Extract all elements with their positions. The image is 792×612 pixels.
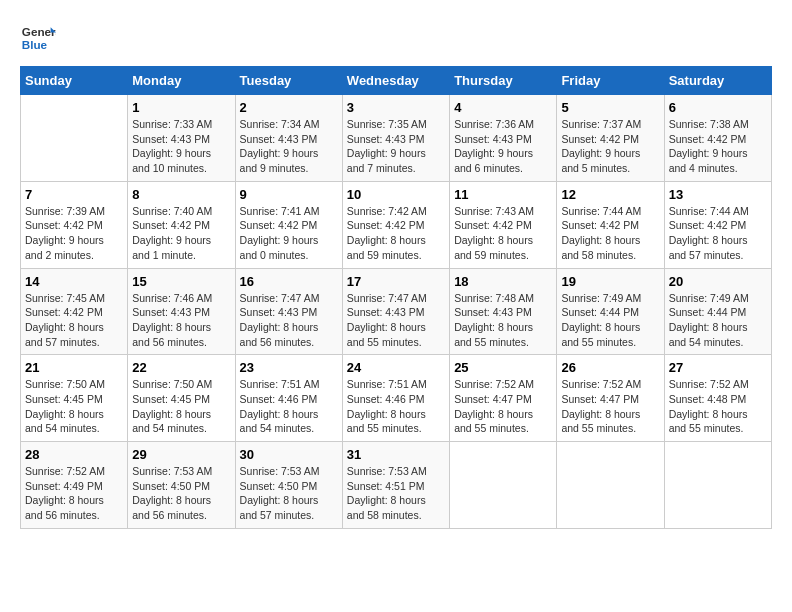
days-header-row: SundayMondayTuesdayWednesdayThursdayFrid… <box>21 67 772 95</box>
day-info: Sunrise: 7:46 AM Sunset: 4:43 PM Dayligh… <box>132 291 230 350</box>
day-info: Sunrise: 7:38 AM Sunset: 4:42 PM Dayligh… <box>669 117 767 176</box>
day-number: 19 <box>561 274 659 289</box>
day-info: Sunrise: 7:40 AM Sunset: 4:42 PM Dayligh… <box>132 204 230 263</box>
day-number: 15 <box>132 274 230 289</box>
day-number: 25 <box>454 360 552 375</box>
day-number: 20 <box>669 274 767 289</box>
calendar-cell: 11Sunrise: 7:43 AM Sunset: 4:42 PM Dayli… <box>450 181 557 268</box>
day-number: 11 <box>454 187 552 202</box>
calendar-cell: 31Sunrise: 7:53 AM Sunset: 4:51 PM Dayli… <box>342 442 449 529</box>
day-number: 28 <box>25 447 123 462</box>
day-info: Sunrise: 7:50 AM Sunset: 4:45 PM Dayligh… <box>25 377 123 436</box>
calendar-cell <box>557 442 664 529</box>
calendar-cell: 21Sunrise: 7:50 AM Sunset: 4:45 PM Dayli… <box>21 355 128 442</box>
day-info: Sunrise: 7:41 AM Sunset: 4:42 PM Dayligh… <box>240 204 338 263</box>
calendar-cell: 24Sunrise: 7:51 AM Sunset: 4:46 PM Dayli… <box>342 355 449 442</box>
calendar-cell: 16Sunrise: 7:47 AM Sunset: 4:43 PM Dayli… <box>235 268 342 355</box>
calendar-cell <box>664 442 771 529</box>
calendar-cell: 9Sunrise: 7:41 AM Sunset: 4:42 PM Daylig… <box>235 181 342 268</box>
day-info: Sunrise: 7:35 AM Sunset: 4:43 PM Dayligh… <box>347 117 445 176</box>
calendar-cell: 17Sunrise: 7:47 AM Sunset: 4:43 PM Dayli… <box>342 268 449 355</box>
calendar-cell: 25Sunrise: 7:52 AM Sunset: 4:47 PM Dayli… <box>450 355 557 442</box>
day-header-sunday: Sunday <box>21 67 128 95</box>
calendar-cell: 4Sunrise: 7:36 AM Sunset: 4:43 PM Daylig… <box>450 95 557 182</box>
calendar-cell: 28Sunrise: 7:52 AM Sunset: 4:49 PM Dayli… <box>21 442 128 529</box>
calendar-cell <box>21 95 128 182</box>
day-header-wednesday: Wednesday <box>342 67 449 95</box>
day-number: 1 <box>132 100 230 115</box>
day-number: 24 <box>347 360 445 375</box>
calendar-cell: 22Sunrise: 7:50 AM Sunset: 4:45 PM Dayli… <box>128 355 235 442</box>
day-info: Sunrise: 7:33 AM Sunset: 4:43 PM Dayligh… <box>132 117 230 176</box>
week-row-3: 14Sunrise: 7:45 AM Sunset: 4:42 PM Dayli… <box>21 268 772 355</box>
calendar-cell: 7Sunrise: 7:39 AM Sunset: 4:42 PM Daylig… <box>21 181 128 268</box>
day-number: 16 <box>240 274 338 289</box>
day-header-tuesday: Tuesday <box>235 67 342 95</box>
day-number: 10 <box>347 187 445 202</box>
day-number: 2 <box>240 100 338 115</box>
day-info: Sunrise: 7:42 AM Sunset: 4:42 PM Dayligh… <box>347 204 445 263</box>
day-number: 7 <box>25 187 123 202</box>
calendar-cell: 6Sunrise: 7:38 AM Sunset: 4:42 PM Daylig… <box>664 95 771 182</box>
day-info: Sunrise: 7:53 AM Sunset: 4:50 PM Dayligh… <box>132 464 230 523</box>
calendar-cell: 13Sunrise: 7:44 AM Sunset: 4:42 PM Dayli… <box>664 181 771 268</box>
day-info: Sunrise: 7:50 AM Sunset: 4:45 PM Dayligh… <box>132 377 230 436</box>
calendar-cell: 27Sunrise: 7:52 AM Sunset: 4:48 PM Dayli… <box>664 355 771 442</box>
day-header-monday: Monday <box>128 67 235 95</box>
day-number: 12 <box>561 187 659 202</box>
calendar-cell: 15Sunrise: 7:46 AM Sunset: 4:43 PM Dayli… <box>128 268 235 355</box>
day-info: Sunrise: 7:52 AM Sunset: 4:47 PM Dayligh… <box>561 377 659 436</box>
day-info: Sunrise: 7:52 AM Sunset: 4:48 PM Dayligh… <box>669 377 767 436</box>
day-info: Sunrise: 7:43 AM Sunset: 4:42 PM Dayligh… <box>454 204 552 263</box>
calendar-cell <box>450 442 557 529</box>
day-info: Sunrise: 7:45 AM Sunset: 4:42 PM Dayligh… <box>25 291 123 350</box>
day-number: 26 <box>561 360 659 375</box>
page-header: General Blue <box>20 20 772 56</box>
week-row-4: 21Sunrise: 7:50 AM Sunset: 4:45 PM Dayli… <box>21 355 772 442</box>
calendar-cell: 1Sunrise: 7:33 AM Sunset: 4:43 PM Daylig… <box>128 95 235 182</box>
day-info: Sunrise: 7:44 AM Sunset: 4:42 PM Dayligh… <box>669 204 767 263</box>
day-info: Sunrise: 7:51 AM Sunset: 4:46 PM Dayligh… <box>347 377 445 436</box>
day-info: Sunrise: 7:49 AM Sunset: 4:44 PM Dayligh… <box>561 291 659 350</box>
calendar-cell: 2Sunrise: 7:34 AM Sunset: 4:43 PM Daylig… <box>235 95 342 182</box>
calendar-cell: 10Sunrise: 7:42 AM Sunset: 4:42 PM Dayli… <box>342 181 449 268</box>
day-number: 6 <box>669 100 767 115</box>
week-row-1: 1Sunrise: 7:33 AM Sunset: 4:43 PM Daylig… <box>21 95 772 182</box>
day-number: 31 <box>347 447 445 462</box>
day-info: Sunrise: 7:34 AM Sunset: 4:43 PM Dayligh… <box>240 117 338 176</box>
day-number: 18 <box>454 274 552 289</box>
day-info: Sunrise: 7:44 AM Sunset: 4:42 PM Dayligh… <box>561 204 659 263</box>
logo-icon: General Blue <box>20 20 56 56</box>
day-info: Sunrise: 7:39 AM Sunset: 4:42 PM Dayligh… <box>25 204 123 263</box>
day-info: Sunrise: 7:52 AM Sunset: 4:49 PM Dayligh… <box>25 464 123 523</box>
day-info: Sunrise: 7:36 AM Sunset: 4:43 PM Dayligh… <box>454 117 552 176</box>
calendar-cell: 12Sunrise: 7:44 AM Sunset: 4:42 PM Dayli… <box>557 181 664 268</box>
day-info: Sunrise: 7:52 AM Sunset: 4:47 PM Dayligh… <box>454 377 552 436</box>
day-info: Sunrise: 7:53 AM Sunset: 4:50 PM Dayligh… <box>240 464 338 523</box>
calendar-cell: 30Sunrise: 7:53 AM Sunset: 4:50 PM Dayli… <box>235 442 342 529</box>
week-row-5: 28Sunrise: 7:52 AM Sunset: 4:49 PM Dayli… <box>21 442 772 529</box>
day-header-thursday: Thursday <box>450 67 557 95</box>
calendar-cell: 18Sunrise: 7:48 AM Sunset: 4:43 PM Dayli… <box>450 268 557 355</box>
calendar-cell: 20Sunrise: 7:49 AM Sunset: 4:44 PM Dayli… <box>664 268 771 355</box>
logo: General Blue <box>20 20 60 56</box>
day-number: 21 <box>25 360 123 375</box>
day-number: 3 <box>347 100 445 115</box>
calendar-cell: 3Sunrise: 7:35 AM Sunset: 4:43 PM Daylig… <box>342 95 449 182</box>
calendar-cell: 23Sunrise: 7:51 AM Sunset: 4:46 PM Dayli… <box>235 355 342 442</box>
day-number: 14 <box>25 274 123 289</box>
calendar-table: SundayMondayTuesdayWednesdayThursdayFrid… <box>20 66 772 529</box>
day-number: 17 <box>347 274 445 289</box>
day-info: Sunrise: 7:47 AM Sunset: 4:43 PM Dayligh… <box>347 291 445 350</box>
day-info: Sunrise: 7:53 AM Sunset: 4:51 PM Dayligh… <box>347 464 445 523</box>
day-info: Sunrise: 7:51 AM Sunset: 4:46 PM Dayligh… <box>240 377 338 436</box>
day-number: 8 <box>132 187 230 202</box>
day-number: 5 <box>561 100 659 115</box>
calendar-cell: 29Sunrise: 7:53 AM Sunset: 4:50 PM Dayli… <box>128 442 235 529</box>
day-info: Sunrise: 7:47 AM Sunset: 4:43 PM Dayligh… <box>240 291 338 350</box>
svg-text:Blue: Blue <box>22 38 48 51</box>
day-header-saturday: Saturday <box>664 67 771 95</box>
day-info: Sunrise: 7:49 AM Sunset: 4:44 PM Dayligh… <box>669 291 767 350</box>
calendar-cell: 19Sunrise: 7:49 AM Sunset: 4:44 PM Dayli… <box>557 268 664 355</box>
calendar-cell: 26Sunrise: 7:52 AM Sunset: 4:47 PM Dayli… <box>557 355 664 442</box>
